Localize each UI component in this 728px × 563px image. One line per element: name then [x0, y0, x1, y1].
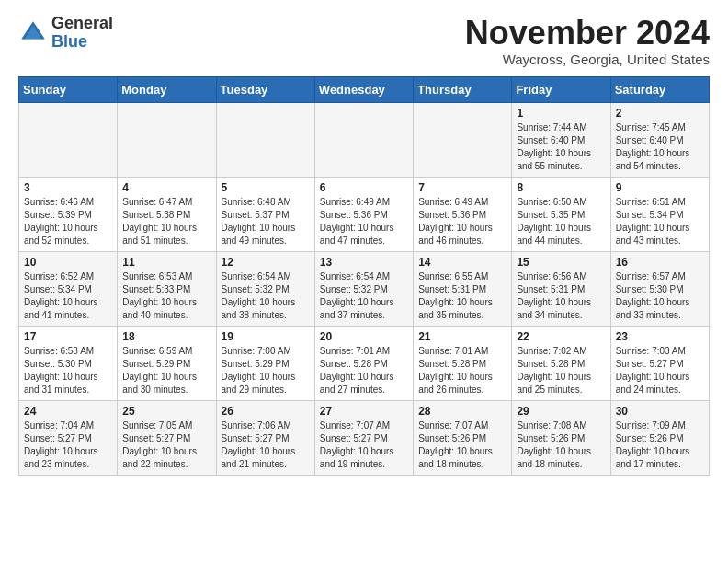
calendar-header-row: SundayMondayTuesdayWednesdayThursdayFrid… [19, 76, 710, 102]
calendar-week-2: 3Sunrise: 6:46 AM Sunset: 5:39 PM Daylig… [19, 177, 710, 251]
calendar-header-monday: Monday [118, 76, 216, 102]
day-number: 6 [320, 181, 408, 194]
calendar-cell: 7Sunrise: 6:49 AM Sunset: 5:36 PM Daylig… [414, 177, 512, 251]
day-number: 9 [616, 181, 704, 194]
calendar-cell [414, 102, 512, 177]
day-number: 23 [616, 330, 704, 343]
calendar-cell: 20Sunrise: 7:01 AM Sunset: 5:28 PM Dayli… [314, 326, 413, 400]
calendar-cell [19, 102, 118, 177]
logo: General Blue [18, 15, 113, 52]
calendar-cell: 30Sunrise: 7:09 AM Sunset: 5:26 PM Dayli… [610, 400, 709, 475]
calendar-cell: 15Sunrise: 6:56 AM Sunset: 5:31 PM Dayli… [512, 251, 610, 326]
day-number: 22 [517, 330, 605, 343]
calendar-cell: 12Sunrise: 6:54 AM Sunset: 5:32 PM Dayli… [216, 251, 314, 326]
day-info: Sunrise: 6:52 AM Sunset: 5:34 PM Dayligh… [24, 270, 112, 322]
day-info: Sunrise: 7:44 AM Sunset: 6:40 PM Dayligh… [517, 121, 605, 173]
day-number: 7 [418, 181, 506, 194]
day-number: 1 [517, 107, 605, 120]
month-title: November 2024 [465, 15, 710, 52]
calendar-cell [216, 102, 314, 177]
day-number: 14 [418, 256, 506, 269]
day-info: Sunrise: 7:09 AM Sunset: 5:26 PM Dayligh… [616, 419, 704, 471]
calendar-week-4: 17Sunrise: 6:58 AM Sunset: 5:30 PM Dayli… [19, 326, 710, 400]
calendar-cell: 11Sunrise: 6:53 AM Sunset: 5:33 PM Dayli… [118, 251, 216, 326]
calendar-header-sunday: Sunday [19, 76, 118, 102]
calendar-header-tuesday: Tuesday [216, 76, 314, 102]
day-info: Sunrise: 6:54 AM Sunset: 5:32 PM Dayligh… [222, 270, 310, 322]
day-info: Sunrise: 6:59 AM Sunset: 5:29 PM Dayligh… [122, 345, 210, 396]
header: General Blue November 2024 Waycross, Geo… [18, 15, 710, 67]
calendar-header-saturday: Saturday [610, 76, 709, 102]
calendar-week-3: 10Sunrise: 6:52 AM Sunset: 5:34 PM Dayli… [19, 251, 710, 326]
calendar-cell: 10Sunrise: 6:52 AM Sunset: 5:34 PM Dayli… [19, 251, 118, 326]
calendar-cell: 5Sunrise: 6:48 AM Sunset: 5:37 PM Daylig… [216, 177, 314, 251]
calendar-cell: 28Sunrise: 7:07 AM Sunset: 5:26 PM Dayli… [414, 400, 512, 475]
calendar-cell: 9Sunrise: 6:51 AM Sunset: 5:34 PM Daylig… [610, 177, 709, 251]
calendar-cell: 18Sunrise: 6:59 AM Sunset: 5:29 PM Dayli… [118, 326, 216, 400]
logo-blue: Blue [51, 32, 87, 51]
day-info: Sunrise: 6:49 AM Sunset: 5:36 PM Dayligh… [418, 196, 506, 247]
day-number: 21 [418, 330, 506, 343]
calendar-cell: 26Sunrise: 7:06 AM Sunset: 5:27 PM Dayli… [216, 400, 314, 475]
calendar-cell: 16Sunrise: 6:57 AM Sunset: 5:30 PM Dayli… [610, 251, 709, 326]
calendar-cell: 29Sunrise: 7:08 AM Sunset: 5:26 PM Dayli… [512, 400, 610, 475]
day-info: Sunrise: 7:07 AM Sunset: 5:26 PM Dayligh… [418, 419, 506, 471]
calendar-cell: 14Sunrise: 6:55 AM Sunset: 5:31 PM Dayli… [414, 251, 512, 326]
calendar-cell: 17Sunrise: 6:58 AM Sunset: 5:30 PM Dayli… [19, 326, 118, 400]
day-info: Sunrise: 7:08 AM Sunset: 5:26 PM Dayligh… [517, 419, 605, 471]
day-number: 11 [122, 256, 210, 269]
day-number: 5 [222, 181, 310, 194]
day-info: Sunrise: 7:00 AM Sunset: 5:29 PM Dayligh… [222, 345, 310, 396]
day-info: Sunrise: 7:45 AM Sunset: 6:40 PM Dayligh… [616, 121, 704, 173]
day-info: Sunrise: 6:48 AM Sunset: 5:37 PM Dayligh… [222, 196, 310, 247]
day-number: 15 [517, 256, 605, 269]
location: Waycross, Georgia, United States [465, 52, 710, 67]
day-info: Sunrise: 7:02 AM Sunset: 5:28 PM Dayligh… [517, 345, 605, 396]
day-info: Sunrise: 6:53 AM Sunset: 5:33 PM Dayligh… [122, 270, 210, 322]
logo-text: General Blue [51, 15, 113, 52]
calendar-cell: 19Sunrise: 7:00 AM Sunset: 5:29 PM Dayli… [216, 326, 314, 400]
day-info: Sunrise: 6:55 AM Sunset: 5:31 PM Dayligh… [418, 270, 506, 322]
day-info: Sunrise: 6:50 AM Sunset: 5:35 PM Dayligh… [517, 196, 605, 247]
day-info: Sunrise: 6:46 AM Sunset: 5:39 PM Dayligh… [24, 196, 112, 247]
day-info: Sunrise: 7:01 AM Sunset: 5:28 PM Dayligh… [418, 345, 506, 396]
day-info: Sunrise: 7:06 AM Sunset: 5:27 PM Dayligh… [222, 419, 310, 471]
logo-general: General [51, 14, 113, 32]
calendar-cell: 23Sunrise: 7:03 AM Sunset: 5:27 PM Dayli… [610, 326, 709, 400]
day-info: Sunrise: 6:54 AM Sunset: 5:32 PM Dayligh… [320, 270, 408, 322]
calendar-cell: 27Sunrise: 7:07 AM Sunset: 5:27 PM Dayli… [314, 400, 413, 475]
calendar-cell: 21Sunrise: 7:01 AM Sunset: 5:28 PM Dayli… [414, 326, 512, 400]
day-info: Sunrise: 7:03 AM Sunset: 5:27 PM Dayligh… [616, 345, 704, 396]
calendar: SundayMondayTuesdayWednesdayThursdayFrid… [18, 76, 710, 476]
day-number: 17 [24, 330, 112, 343]
calendar-week-1: 1Sunrise: 7:44 AM Sunset: 6:40 PM Daylig… [19, 102, 710, 177]
calendar-cell: 2Sunrise: 7:45 AM Sunset: 6:40 PM Daylig… [610, 102, 709, 177]
day-info: Sunrise: 7:04 AM Sunset: 5:27 PM Dayligh… [24, 419, 112, 471]
calendar-cell: 22Sunrise: 7:02 AM Sunset: 5:28 PM Dayli… [512, 326, 610, 400]
page: General Blue November 2024 Waycross, Geo… [0, 0, 728, 490]
day-number: 2 [616, 107, 704, 120]
logo-icon [18, 18, 48, 48]
day-info: Sunrise: 6:47 AM Sunset: 5:38 PM Dayligh… [122, 196, 210, 247]
calendar-cell [118, 102, 216, 177]
day-number: 20 [320, 330, 408, 343]
day-info: Sunrise: 6:57 AM Sunset: 5:30 PM Dayligh… [616, 270, 704, 322]
day-number: 27 [320, 405, 408, 418]
calendar-week-5: 24Sunrise: 7:04 AM Sunset: 5:27 PM Dayli… [19, 400, 710, 475]
day-number: 10 [24, 256, 112, 269]
day-info: Sunrise: 7:07 AM Sunset: 5:27 PM Dayligh… [320, 419, 408, 471]
calendar-cell: 6Sunrise: 6:49 AM Sunset: 5:36 PM Daylig… [314, 177, 413, 251]
day-number: 16 [616, 256, 704, 269]
calendar-cell: 8Sunrise: 6:50 AM Sunset: 5:35 PM Daylig… [512, 177, 610, 251]
title-area: November 2024 Waycross, Georgia, United … [465, 15, 710, 67]
calendar-cell: 13Sunrise: 6:54 AM Sunset: 5:32 PM Dayli… [314, 251, 413, 326]
calendar-cell [314, 102, 413, 177]
day-number: 13 [320, 256, 408, 269]
day-info: Sunrise: 7:01 AM Sunset: 5:28 PM Dayligh… [320, 345, 408, 396]
calendar-header-wednesday: Wednesday [314, 76, 413, 102]
calendar-cell: 3Sunrise: 6:46 AM Sunset: 5:39 PM Daylig… [19, 177, 118, 251]
day-info: Sunrise: 7:05 AM Sunset: 5:27 PM Dayligh… [122, 419, 210, 471]
day-number: 29 [517, 405, 605, 418]
calendar-cell: 4Sunrise: 6:47 AM Sunset: 5:38 PM Daylig… [118, 177, 216, 251]
day-number: 19 [222, 330, 310, 343]
